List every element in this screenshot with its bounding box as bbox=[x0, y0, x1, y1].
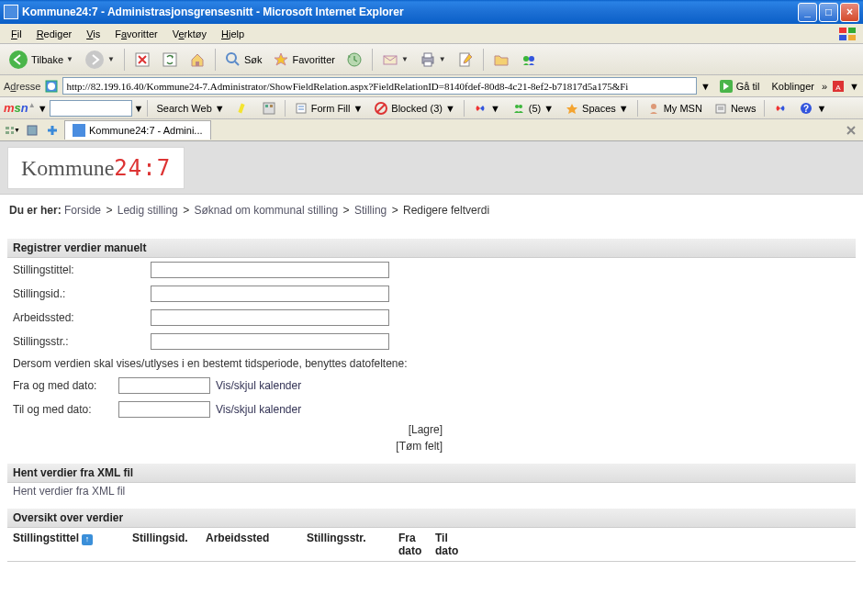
maximize-button[interactable]: □ bbox=[819, 3, 838, 22]
back-label: Tilbake bbox=[31, 54, 63, 65]
svg-rect-27 bbox=[270, 105, 273, 107]
menu-fil[interactable]: Fil bbox=[4, 27, 29, 41]
svg-rect-14 bbox=[424, 53, 432, 58]
col-stillingsstr[interactable]: Stillingsstr. bbox=[307, 532, 398, 557]
svg-point-5 bbox=[85, 50, 104, 69]
crumb-stilling[interactable]: Stilling bbox=[354, 204, 387, 217]
menu-verktoy[interactable]: Verktøy bbox=[165, 27, 214, 41]
back-button[interactable]: Tilbake ▼ bbox=[4, 47, 78, 73]
spaces-button[interactable]: Spaces▼ bbox=[560, 99, 633, 118]
input-stillingsid[interactable] bbox=[151, 286, 389, 302]
news-button[interactable]: News bbox=[709, 99, 761, 118]
input-arbeidssted[interactable] bbox=[151, 309, 389, 326]
col-stillingsid[interactable]: Stillingsid. bbox=[132, 532, 206, 557]
col-stillingstittel[interactable]: Stillingstittel↑ bbox=[13, 532, 132, 557]
tab-restore-button[interactable] bbox=[24, 122, 40, 139]
tab-icon bbox=[73, 124, 85, 137]
tab-1[interactable]: Kommune24:7 - Admini... bbox=[64, 120, 211, 140]
butterfly-button[interactable]: ▼ bbox=[468, 99, 505, 118]
toggle-calendar-fra[interactable]: Vis/skjul kalender bbox=[216, 379, 301, 392]
svg-line-30 bbox=[377, 105, 385, 112]
breadcrumb: Du er her: Forside > Ledig stilling > Sø… bbox=[0, 195, 863, 235]
mail-button[interactable]: ▼ bbox=[377, 49, 413, 71]
print-button[interactable]: ▼ bbox=[415, 49, 451, 71]
address-label: Adresse bbox=[4, 81, 40, 92]
section-xml: Hent verdier fra XML fil Hent verdier fr… bbox=[7, 464, 856, 499]
toolbar: Tilbake ▼ ▼ Søk Favoritter ▼ ▼ bbox=[0, 44, 863, 75]
svg-text:?: ? bbox=[803, 104, 809, 114]
tab-list-button[interactable]: ▼ bbox=[4, 122, 20, 139]
tab-label: Kommune24:7 - Admini... bbox=[89, 125, 203, 136]
input-til-dato[interactable] bbox=[118, 401, 210, 418]
table-header: Stillingstittel↑ Stillingsid. Arbeidsste… bbox=[7, 528, 856, 562]
blocked-button[interactable]: Blocked (3)▼ bbox=[369, 99, 460, 118]
menu-favoritter[interactable]: Favoritter bbox=[107, 27, 164, 41]
input-stillingsstr[interactable] bbox=[151, 333, 389, 350]
svg-point-20 bbox=[48, 83, 55, 90]
stop-button[interactable] bbox=[129, 49, 155, 71]
minimize-button[interactable]: _ bbox=[798, 3, 817, 22]
menu-vis[interactable]: Vis bbox=[79, 27, 107, 41]
label-til-dato: Til og med dato: bbox=[13, 403, 118, 416]
svg-text:A: A bbox=[835, 84, 841, 92]
highlight-button[interactable] bbox=[231, 99, 255, 118]
brand-logo: Kommune24:7 bbox=[7, 147, 185, 189]
msn-search-input[interactable] bbox=[50, 100, 132, 117]
address-input[interactable] bbox=[62, 77, 697, 95]
home-button[interactable] bbox=[185, 49, 210, 71]
svg-line-10 bbox=[235, 62, 239, 65]
input-fra-dato[interactable] bbox=[118, 377, 210, 394]
date-note: Dersom verdien skal vises/utlyses i en b… bbox=[7, 353, 856, 374]
favorites-button[interactable]: Favoritter bbox=[268, 49, 339, 71]
form-fill-button[interactable]: Form Fill▼ bbox=[289, 99, 368, 118]
col-arbeidssted[interactable]: Arbeidssted bbox=[206, 532, 307, 557]
msn-help-button[interactable]: ?▼ bbox=[794, 99, 831, 118]
edit-button[interactable] bbox=[453, 49, 478, 71]
crumb-ledig-stilling[interactable]: Ledig stilling bbox=[118, 204, 178, 217]
svg-point-4 bbox=[9, 50, 28, 69]
crumb-soknad[interactable]: Søknad om kommunal stilling bbox=[195, 204, 339, 217]
col-til-dato[interactable]: Til dato bbox=[435, 532, 472, 557]
history-button[interactable] bbox=[342, 49, 367, 71]
svg-point-18 bbox=[529, 56, 534, 62]
toggle-calendar-til[interactable]: Vis/skjul kalender bbox=[216, 403, 301, 416]
label-fra-dato: Fra og med dato: bbox=[13, 379, 118, 392]
input-stillingstittel[interactable] bbox=[151, 262, 389, 278]
messenger-button[interactable] bbox=[516, 49, 542, 71]
close-button[interactable]: × bbox=[840, 3, 859, 22]
dropdown-icon: ▼ bbox=[66, 55, 73, 63]
favorites-label: Favoritter bbox=[292, 54, 334, 65]
pdf-icon[interactable]: A bbox=[831, 79, 846, 94]
refresh-button[interactable] bbox=[157, 49, 183, 71]
chevron-right-icon[interactable]: » bbox=[822, 81, 827, 92]
address-dropdown-icon[interactable]: ▼ bbox=[700, 81, 711, 92]
svg-rect-15 bbox=[424, 62, 432, 66]
crumb-forside[interactable]: Forside bbox=[64, 204, 101, 217]
window-titlebar: Kommune24:7 - Administrasjonsgrensesnitt… bbox=[0, 0, 863, 24]
msn-home-button[interactable] bbox=[768, 99, 792, 118]
save-button[interactable]: [Lagre] bbox=[409, 423, 443, 436]
folder-button[interactable] bbox=[488, 49, 514, 71]
label-stillingsstr: Stillingsstr.: bbox=[13, 335, 151, 348]
my-msn-button[interactable]: My MSN bbox=[642, 99, 707, 118]
svg-rect-25 bbox=[263, 103, 275, 114]
go-button[interactable]: Gå til bbox=[714, 77, 765, 95]
menu-hjelp[interactable]: Hjelp bbox=[214, 27, 252, 41]
col-fra-dato[interactable]: Fra dato bbox=[398, 532, 435, 557]
options-button[interactable] bbox=[257, 99, 281, 118]
svg-rect-24 bbox=[238, 103, 244, 113]
xml-link[interactable]: Hent verdier fra XML fil bbox=[7, 483, 856, 499]
people-button[interactable]: (5)▼ bbox=[507, 99, 558, 118]
new-tab-button[interactable] bbox=[44, 122, 61, 139]
links-button[interactable]: Koblinger bbox=[768, 81, 818, 92]
menu-rediger[interactable]: Rediger bbox=[29, 27, 80, 41]
search-web-button[interactable]: Search Web▼ bbox=[151, 101, 229, 116]
msn-toolbar: msn▲ ▼ ▼ Search Web▼ Form Fill▼ Blocked … bbox=[0, 97, 863, 119]
search-button[interactable]: Søk bbox=[220, 49, 267, 71]
svg-point-17 bbox=[523, 56, 529, 62]
forward-button[interactable]: ▼ bbox=[80, 47, 119, 73]
clear-button[interactable]: [Tøm felt] bbox=[396, 440, 443, 453]
section-overview: Oversikt over verdier Stillingstittel↑ S… bbox=[7, 509, 856, 562]
tab-close-button[interactable] bbox=[843, 122, 859, 139]
viewport[interactable]: Kommune24:7 Du er her: Forside > Ledig s… bbox=[0, 141, 863, 616]
